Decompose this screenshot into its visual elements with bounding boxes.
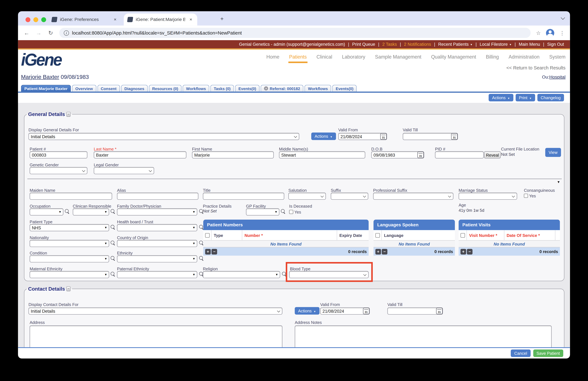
browser-menu-icon[interactable] (560, 30, 565, 36)
address-textarea[interactable] (30, 326, 282, 348)
remove-row-button[interactable] (382, 249, 387, 254)
new-tab-icon[interactable] (219, 16, 225, 22)
close-tab-icon[interactable] (112, 17, 118, 22)
nav-sample-management[interactable]: Sample Management (375, 54, 421, 60)
bookmark-star-icon[interactable] (536, 30, 541, 36)
tab-list-chevron-icon[interactable] (561, 16, 565, 20)
collapse-section-icon[interactable] (66, 112, 71, 117)
country-of-origin-select[interactable] (117, 240, 197, 247)
column-number[interactable]: Number * (242, 230, 337, 241)
nav-administration[interactable]: Administration (509, 54, 539, 60)
general-actions-button[interactable]: Actions (311, 133, 336, 140)
browser-tab-patient[interactable]: iGene: Patient:Marjorie Baxter (124, 13, 197, 25)
select-all-checkbox[interactable] (205, 233, 210, 237)
clinician-search-icon[interactable] (111, 209, 116, 214)
back-icon[interactable]: ← (23, 30, 30, 36)
calendar-icon[interactable] (417, 152, 424, 158)
tab-workflows[interactable]: Workflows (183, 85, 209, 91)
tab-referral-workflows[interactable]: Workflows (305, 85, 331, 91)
tab-tasks[interactable]: Tasks (0) (210, 85, 234, 91)
patient-type-select[interactable]: NHS (30, 224, 109, 231)
valid-till-input[interactable] (403, 133, 458, 140)
patient-number-input[interactable] (30, 151, 87, 158)
add-row-button[interactable] (375, 249, 381, 254)
condition-select[interactable] (30, 255, 109, 263)
print-queue-link[interactable]: Print Queue (352, 42, 375, 46)
close-tab-icon[interactable] (188, 17, 193, 22)
ethnicity-search-icon[interactable] (199, 256, 204, 261)
nav-home[interactable]: Home (266, 54, 279, 60)
genetic-gender-select[interactable] (30, 167, 87, 174)
reveal-button[interactable]: Reveal (484, 151, 501, 158)
collapse-section-icon[interactable] (66, 287, 71, 291)
maximize-window-button[interactable] (41, 17, 46, 22)
column-language[interactable]: Language (382, 230, 455, 241)
ethnicity-select[interactable] (117, 255, 197, 263)
tasks-link[interactable]: 2 Tasks (382, 42, 397, 46)
title-input[interactable] (203, 193, 284, 200)
nav-quality-management[interactable]: Quality Management (431, 54, 476, 60)
display-contact-details-select[interactable]: Initial Details (28, 307, 282, 315)
nav-patients[interactable]: Patients (289, 54, 307, 60)
remove-row-button[interactable] (211, 249, 217, 254)
valid-from-input[interactable] (338, 133, 387, 140)
tab-events[interactable]: Events(0) (235, 85, 259, 91)
select-all-checkbox[interactable] (460, 233, 465, 237)
maiden-name-input[interactable] (30, 193, 112, 200)
url-field[interactable]: localhost:8080/App/App.html?null&locale=… (59, 28, 531, 38)
actions-button[interactable]: Actions (489, 94, 513, 101)
valid-till-field[interactable] (403, 133, 458, 140)
add-row-button[interactable] (205, 249, 211, 254)
suffix-select[interactable] (331, 193, 368, 200)
gp-facility-search-icon[interactable] (281, 209, 286, 214)
calendar-icon[interactable] (436, 308, 442, 314)
patient-type-search-icon[interactable] (111, 225, 116, 230)
legal-gender-select[interactable] (94, 167, 154, 174)
calendar-icon[interactable] (451, 133, 458, 140)
save-patient-button[interactable]: Save Patient (533, 350, 563, 357)
contact-valid-till-input[interactable] (387, 307, 443, 315)
address-notes-textarea[interactable] (295, 326, 552, 348)
middle-name-input[interactable] (279, 151, 365, 158)
contact-actions-button[interactable]: Actions (295, 307, 319, 315)
tab-consent[interactable]: Consent (97, 85, 120, 91)
dob-field[interactable] (371, 151, 424, 158)
recent-patients-menu[interactable]: Recent Patients (438, 42, 472, 46)
return-to-search-link[interactable]: << Return to Search Results (506, 65, 566, 70)
column-visit-number[interactable]: Visit Number * (467, 230, 504, 241)
print-button[interactable]: Print (515, 94, 535, 101)
sign-out-link[interactable]: Sign Out (547, 42, 564, 46)
column-date-of-service[interactable]: Date Of Service * (504, 230, 555, 241)
first-name-input[interactable] (192, 151, 274, 158)
family-doctor-select[interactable] (117, 208, 197, 216)
calendar-icon[interactable] (363, 308, 369, 314)
condition-search-icon[interactable] (111, 256, 116, 261)
tab-referral-events[interactable]: Events(0) (332, 85, 357, 91)
occupation-search-icon[interactable] (65, 209, 70, 214)
tab-overview[interactable]: Overview (72, 85, 96, 91)
patient-name-link[interactable]: Marjorie Baxter (21, 74, 59, 80)
add-row-button[interactable] (461, 249, 466, 254)
professional-suffix-select[interactable] (373, 193, 453, 200)
salutation-select[interactable] (288, 193, 326, 200)
last-name-input[interactable] (94, 151, 187, 158)
forward-icon[interactable]: → (35, 30, 42, 36)
view-button[interactable]: View (545, 148, 561, 157)
changelog-button[interactable]: Changelog (537, 94, 564, 101)
profile-avatar-icon[interactable] (546, 29, 554, 37)
site-info-icon[interactable] (64, 30, 69, 36)
maternal-ethnicity-select[interactable] (30, 271, 109, 278)
nav-billing[interactable]: Billing (486, 54, 499, 60)
tab-referral[interactable]: Referral: 000182 (261, 85, 303, 91)
alias-input[interactable] (117, 193, 198, 200)
contact-valid-till-field[interactable] (387, 307, 443, 315)
consanguineous-checkbox[interactable] (524, 194, 528, 198)
tab-patient[interactable]: Patient:Marjorie Baxter (21, 85, 71, 91)
marriage-status-select[interactable] (459, 193, 517, 200)
select-all-checkbox[interactable] (375, 233, 380, 237)
is-deceased-checkbox[interactable] (289, 210, 293, 214)
column-expiry-date[interactable]: Expiry Date (337, 230, 369, 241)
occupation-select[interactable] (30, 208, 63, 216)
religion-select[interactable] (203, 271, 280, 278)
gp-facility-select[interactable] (246, 208, 279, 216)
